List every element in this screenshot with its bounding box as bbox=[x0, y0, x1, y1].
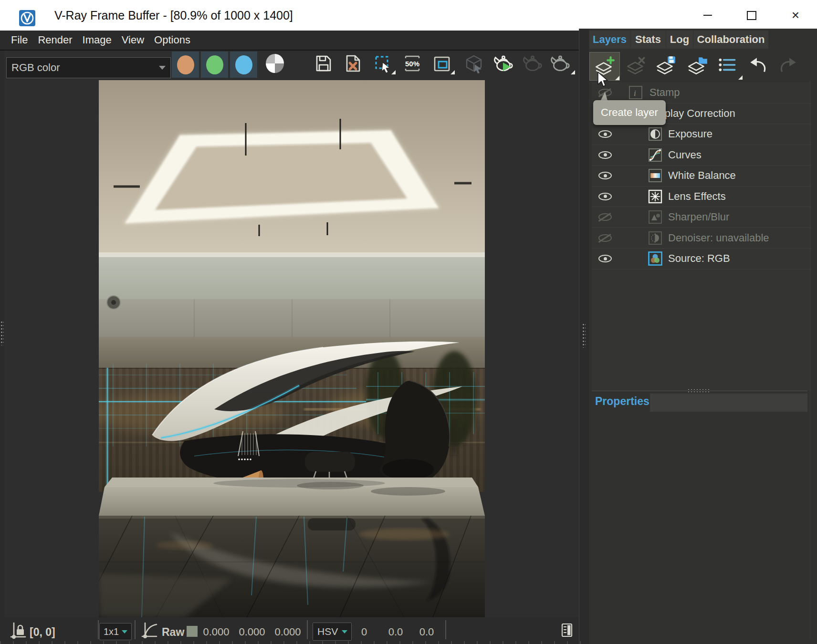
redo-button[interactable] bbox=[773, 52, 803, 80]
channel-dropdown-value: RGB color bbox=[11, 62, 60, 74]
maximize-button[interactable] bbox=[741, 6, 762, 25]
probe-color-swatch bbox=[186, 625, 198, 637]
tab-stats[interactable]: Stats bbox=[630, 31, 666, 49]
properties-title: Properties bbox=[595, 395, 649, 408]
mono-channel-button[interactable] bbox=[264, 52, 286, 74]
region-render-icon bbox=[372, 53, 393, 74]
menu-file[interactable]: File bbox=[11, 34, 28, 46]
chevron-down-icon bbox=[159, 66, 166, 70]
left-splitter-handle[interactable] bbox=[0, 321, 4, 345]
separator bbox=[98, 620, 99, 639]
corrections-control-icon bbox=[561, 623, 574, 637]
layer-row-sharpen-blur[interactable]: Sharpen/Blur bbox=[592, 207, 811, 228]
layer-name: Lens Effects bbox=[668, 186, 726, 207]
pixel-probe-lock-icon[interactable] bbox=[10, 622, 27, 640]
layer-row-source-rgb[interactable]: Source: RGB bbox=[592, 248, 811, 270]
layer-list-options-icon bbox=[717, 55, 739, 77]
svg-text:i: i bbox=[634, 89, 636, 98]
color-mode-dropdown[interactable]: HSV bbox=[313, 623, 352, 641]
close-button[interactable]: × bbox=[785, 6, 806, 25]
load-layer-tree-button[interactable] bbox=[682, 52, 712, 80]
zoom-ratio-dropdown[interactable]: 1x1 bbox=[99, 623, 132, 640]
save-layer-tree-button[interactable] bbox=[651, 52, 681, 80]
layer-name: Denoiser: unavailable bbox=[668, 228, 769, 249]
layer-row-exposure[interactable]: Exposure bbox=[592, 124, 811, 145]
create-layer-tooltip: Create layer bbox=[593, 100, 666, 125]
visibility-eye-icon[interactable] bbox=[598, 234, 612, 242]
red-channel-button[interactable] bbox=[172, 52, 199, 78]
source-rgb-icon bbox=[648, 251, 662, 266]
sharpen-blur-icon bbox=[648, 210, 662, 224]
menu-view[interactable]: View bbox=[122, 34, 144, 46]
titlebar[interactable]: V-Ray Frame Buffer - [80.9% of 1000 x 14… bbox=[0, 0, 817, 31]
blue-value: 0.000 bbox=[270, 625, 306, 639]
delete-layer-button[interactable] bbox=[621, 52, 651, 80]
layer-row-lens-effects[interactable]: Lens Effects bbox=[592, 186, 811, 208]
color-mode-value: HSV bbox=[317, 626, 338, 637]
render-image[interactable] bbox=[99, 80, 485, 617]
undo-button[interactable] bbox=[744, 52, 773, 80]
visibility-eye-icon[interactable] bbox=[598, 255, 612, 262]
curves-icon bbox=[648, 148, 662, 162]
fit-to-window-button[interactable] bbox=[431, 52, 453, 74]
properties-splitter-handle[interactable] bbox=[687, 388, 711, 393]
green-channel-button[interactable] bbox=[201, 52, 228, 78]
tab-label: Log bbox=[670, 33, 689, 46]
panel-splitter-handle[interactable] bbox=[582, 323, 586, 348]
dropdown-corner-icon bbox=[738, 75, 743, 80]
clear-image-button[interactable] bbox=[342, 52, 364, 74]
render-last-icon bbox=[493, 52, 515, 74]
tab-collaboration[interactable]: Collaboration bbox=[693, 31, 768, 49]
mono-channel-icon bbox=[266, 54, 284, 73]
render-icon bbox=[522, 52, 544, 74]
minimize-button[interactable] bbox=[697, 6, 718, 25]
render-last-button[interactable] bbox=[493, 52, 515, 74]
tone-curve-icon[interactable] bbox=[141, 622, 157, 639]
red-channel-icon bbox=[177, 55, 194, 74]
layer-name: Stamp bbox=[649, 82, 680, 103]
vray-logo-icon bbox=[19, 10, 35, 26]
green-value: 0.000 bbox=[234, 625, 270, 639]
menu-options[interactable]: Options bbox=[154, 34, 190, 46]
layer-row-curves[interactable]: Curves bbox=[592, 145, 811, 166]
visibility-eye-icon[interactable] bbox=[598, 151, 612, 159]
channel-dropdown[interactable]: RGB color bbox=[6, 57, 171, 78]
render-interactive-button[interactable] bbox=[550, 52, 572, 74]
pixel-coords: [0, 0] bbox=[30, 625, 55, 639]
dropdown-corner-icon bbox=[615, 76, 619, 80]
visibility-eye-icon[interactable] bbox=[598, 172, 612, 179]
layer-name: Sharpen/Blur bbox=[668, 207, 729, 228]
pick-object-button[interactable] bbox=[463, 52, 485, 74]
red-value: 0.000 bbox=[198, 625, 234, 639]
tab-layers[interactable]: Layers bbox=[589, 31, 630, 49]
hue-value: 0 bbox=[350, 625, 378, 639]
menu-render[interactable]: Render bbox=[38, 34, 72, 46]
save-image-button[interactable] bbox=[313, 52, 335, 74]
menu-image[interactable]: Image bbox=[83, 34, 112, 46]
blue-channel-button[interactable] bbox=[230, 52, 257, 78]
visibility-eye-icon[interactable] bbox=[598, 213, 612, 221]
save-image-icon bbox=[313, 53, 334, 74]
layer-row-white-balance[interactable]: White Balance bbox=[592, 165, 811, 187]
stamp-icon: i bbox=[628, 85, 643, 100]
white-balance-icon bbox=[648, 168, 662, 183]
tab-log[interactable]: Log bbox=[666, 31, 693, 49]
visibility-eye-icon[interactable] bbox=[598, 193, 612, 200]
zoom-50-button[interactable]: 50% bbox=[401, 52, 423, 74]
tab-label: Layers bbox=[593, 33, 627, 46]
layer-row-denoiser[interactable]: Denoiser: unavailable bbox=[592, 228, 811, 249]
layer-list-options-button[interactable] bbox=[713, 52, 743, 80]
value-value: 0.0 bbox=[412, 625, 441, 639]
corrections-control-button[interactable] bbox=[561, 623, 574, 637]
zoom-50-icon: 50% bbox=[402, 53, 423, 74]
save-layer-tree-icon bbox=[655, 55, 677, 77]
pick-object-icon bbox=[463, 53, 484, 74]
layer-list: i Stamp Display Correction Exposure Curv… bbox=[592, 82, 811, 391]
chevron-down-icon bbox=[122, 630, 127, 634]
render-button[interactable] bbox=[522, 52, 544, 74]
menu-bar: File Render Image View Options bbox=[11, 31, 190, 50]
region-render-button[interactable] bbox=[372, 52, 394, 74]
visibility-eye-icon[interactable] bbox=[598, 130, 612, 138]
clear-image-icon bbox=[343, 53, 364, 74]
svg-text:50%: 50% bbox=[405, 60, 419, 68]
